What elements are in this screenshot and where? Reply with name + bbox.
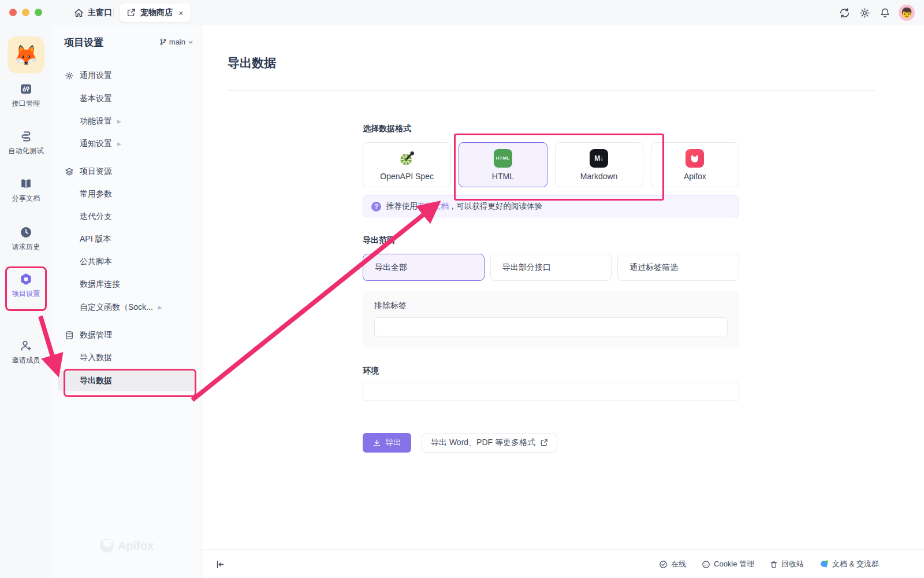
sidebar-item-custom-functions[interactable]: 自定义函数（Sock... ▶ — [58, 297, 195, 318]
sidebar-item-label: 导入数据 — [80, 353, 112, 363]
sidebar-item-label: 项目资源 — [80, 166, 112, 177]
branch-selector[interactable]: main — [159, 38, 193, 46]
sidebar-item-label: 数据管理 — [80, 330, 112, 340]
format-section-label: 选择数据格式 — [363, 124, 739, 134]
traffic-lights — [9, 9, 42, 16]
sidebar-item-project-settings[interactable]: 项目设置 — [0, 272, 52, 299]
invite-members-icon — [19, 339, 33, 353]
online-status[interactable]: 在线 — [659, 559, 686, 569]
gear-icon — [65, 71, 74, 80]
maximize-window-button[interactable] — [35, 9, 42, 16]
window-titlebar: 主窗口 宠物商店 × 👦 — [0, 0, 924, 25]
export-button[interactable]: 导出 — [363, 433, 411, 453]
minimize-window-button[interactable] — [22, 9, 29, 16]
scope-option-partial-apis[interactable]: 导出部分接口 — [490, 254, 612, 281]
sidebar-item-label: API 版本 — [80, 234, 111, 244]
home-tab-label: 主窗口 — [88, 8, 112, 18]
sidebar-item-notification-settings[interactable]: 通知设置 ▶ — [58, 134, 195, 154]
sidebar-item-api-versions[interactable]: API 版本 — [58, 229, 195, 250]
sidebar-item-data-management[interactable]: 数据管理 — [58, 325, 195, 346]
format-option-apifox[interactable]: Apifox — [651, 142, 739, 187]
format-option-markdown[interactable]: M↓ Markdown — [555, 142, 643, 187]
project-settings-icon — [19, 272, 33, 286]
close-window-button[interactable] — [9, 9, 17, 16]
sidebar-item-feature-settings[interactable]: 功能设置 ▶ — [58, 111, 195, 132]
openapi-logo-icon — [398, 149, 416, 168]
sidebar-item-label: 数据库连接 — [80, 279, 120, 290]
sidebar-item-label: 迭代分支 — [80, 212, 112, 222]
export-more-label: 导出 Word、PDF 等更多格式 — [431, 438, 535, 448]
sidebar-item-export-data[interactable]: 导出数据 — [58, 370, 195, 391]
sidebar-item-database-connections[interactable]: 数据库连接 — [58, 274, 195, 295]
notifications-bell-icon[interactable] — [878, 6, 891, 19]
project-logo[interactable]: 🦊 — [8, 36, 44, 73]
exclude-tags-input[interactable] — [374, 317, 728, 336]
environment-input[interactable] — [363, 383, 739, 401]
scope-option-filter-by-tags[interactable]: 通过标签筛选 — [617, 254, 739, 281]
export-more-formats-button[interactable]: 导出 Word、PDF 等更多格式 — [422, 433, 557, 453]
window-external-icon — [126, 8, 136, 17]
sidebar-item-api-management[interactable]: 接口管理 — [0, 82, 52, 109]
automated-testing-icon — [19, 129, 33, 143]
external-link-icon — [540, 439, 548, 447]
sync-icon[interactable] — [838, 6, 851, 19]
tab-pet-store[interactable]: 宠物商店 × — [120, 3, 191, 22]
recycle-bin[interactable]: 回收站 — [770, 559, 804, 569]
sidebar-item-label: 基本设置 — [80, 94, 112, 104]
sidebar-item-label: 邀请成员 — [12, 355, 40, 365]
scope-section-label: 导出范围 — [363, 235, 739, 246]
format-option-label: Markdown — [580, 172, 618, 181]
format-option-html[interactable]: HTML HTML — [459, 142, 547, 187]
online-docs-link[interactable]: 在线文档 — [418, 202, 449, 210]
sidebar-item-public-scripts[interactable]: 公共脚本 — [58, 251, 195, 272]
sidebar-item-project-resources[interactable]: 项目资源 — [58, 161, 195, 182]
home-tab[interactable]: 主窗口 — [74, 0, 112, 25]
export-button-label: 导出 — [385, 438, 401, 448]
request-history-clock-icon — [19, 225, 33, 239]
check-circle-icon — [659, 560, 668, 569]
apifox-logo-icon — [100, 539, 114, 553]
banner-text-suffix: ，可以获得更好的阅读体验 — [449, 202, 542, 210]
docs-community-label: 文档 & 交流群 — [832, 559, 879, 569]
sidebar-item-invite-members[interactable]: 邀请成员 — [0, 339, 52, 365]
apifox-format-icon — [685, 149, 704, 168]
settings-gear-icon[interactable] — [858, 6, 871, 19]
sidebar-item-iteration-branches[interactable]: 迭代分支 — [58, 206, 195, 227]
expand-arrow-icon: ▶ — [117, 141, 121, 147]
chevron-down-icon — [188, 39, 193, 45]
sidebar-item-label: 自定义函数（Sock... — [80, 302, 153, 313]
sidebar-item-label: 功能设置 — [80, 116, 112, 127]
question-mark-icon: ? — [371, 202, 381, 212]
api-management-icon — [19, 82, 33, 96]
docs-community[interactable]: 文档 & 交流群 — [819, 559, 879, 569]
exclude-tags-panel: 排除标签 — [363, 291, 739, 347]
close-tab-icon[interactable]: × — [178, 8, 184, 18]
sidebar-item-basic-settings[interactable]: 基本设置 — [58, 88, 195, 109]
sidebar-item-request-history[interactable]: 请求历史 — [0, 225, 52, 252]
environment-label: 环境 — [363, 366, 739, 376]
sidebar-item-share-docs[interactable]: 分享文档 — [0, 177, 52, 203]
settings-sidebar: 项目设置 main 通用设置 基本设置 功能设置 ▶ 通知设置 ▶ 项目资源 常… — [52, 25, 202, 578]
chat-bubble-icon — [819, 560, 829, 569]
sidebar-item-common-parameters[interactable]: 常用参数 — [58, 184, 195, 205]
trash-icon — [770, 560, 778, 569]
export-data-page: 导出数据 选择数据格式 OpenAPI Spec HTML HTML M↓ Ma… — [202, 25, 924, 578]
title-divider — [228, 90, 875, 91]
sidebar-item-general-settings[interactable]: 通用设置 — [58, 65, 195, 86]
user-avatar[interactable]: 👦 — [899, 5, 915, 21]
sidebar-item-label: 导出数据 — [80, 376, 112, 386]
sidebar-item-label: 通用设置 — [80, 71, 112, 81]
format-option-label: HTML — [492, 172, 514, 181]
sidebar-item-label: 请求历史 — [12, 242, 40, 252]
cookie-manager[interactable]: Cookie 管理 — [702, 559, 754, 569]
git-branch-icon — [159, 38, 167, 46]
sidebar-item-automated-testing[interactable]: 自动化测试 — [0, 129, 52, 156]
layers-icon — [65, 167, 74, 176]
home-icon — [74, 8, 84, 18]
scope-option-export-all[interactable]: 导出全部 — [363, 254, 485, 281]
banner-text: 推荐使用在线文档，可以获得更好的阅读体验 — [386, 201, 542, 212]
cookie-manager-label: Cookie 管理 — [714, 559, 754, 569]
format-option-openapi[interactable]: OpenAPI Spec — [363, 142, 451, 187]
collapse-sidebar-icon[interactable] — [214, 558, 226, 570]
sidebar-item-import-data[interactable]: 导入数据 — [58, 347, 195, 368]
